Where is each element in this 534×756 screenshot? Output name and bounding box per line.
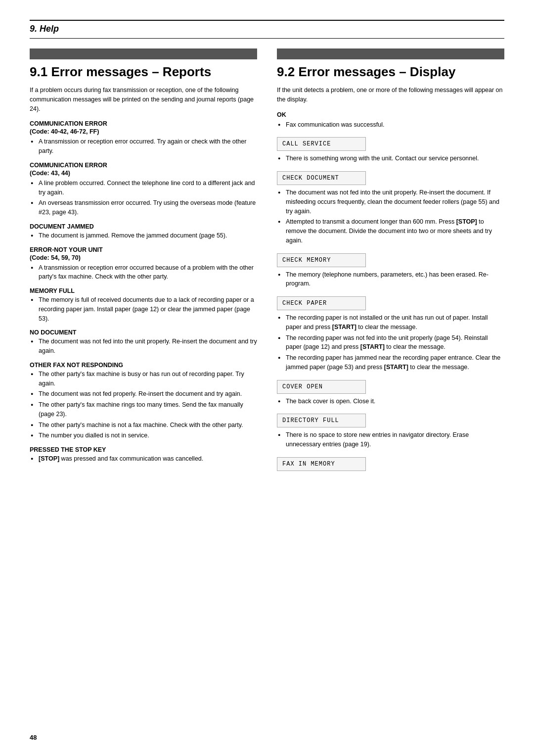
message-directory-full: DIRECTORY FULL There is no space to stor… [277,409,504,449]
message-ok: OK Fax communication was successful. [277,111,504,130]
other-fax-bullets: The other party's fax machine is busy or… [30,370,257,440]
subsection-comm-error-1: COMMUNICATION ERROR (Code: 40-42, 46-72,… [30,120,257,156]
right-column: 9.2 Error messages – Display If the unit… [277,48,504,474]
list-item: The other party's machine is not a fax m… [30,421,257,430]
left-section-title: 9.1 Error messages – Reports [30,64,257,80]
memory-full-header: MEMORY FULL [30,287,257,294]
two-col-layout: 9.1 Error messages – Reports If a proble… [30,48,504,474]
doc-jammed-header: DOCUMENT JAMMED [30,223,257,230]
list-item: A line problem occurred. Connect the tel… [30,179,257,197]
right-section-bar [277,48,504,59]
left-intro: If a problem occurs during fax transmiss… [30,86,257,113]
error-not-your-unit-header: ERROR-NOT YOUR UNIT [30,246,257,253]
list-item: The other party's fax machine rings too … [30,400,257,419]
list-item: There is something wrong with the unit. … [277,154,504,163]
list-item: The back cover is open. Close it. [277,397,504,406]
message-check-memory: CHECK MEMORY The memory (telephone numbe… [277,248,504,289]
comm-error-1-header: COMMUNICATION ERROR [30,120,257,127]
comm-error-2-subheader: (Code: 43, 44) [30,170,257,177]
list-item: The document was not fed properly. Re-in… [30,389,257,399]
subsection-pressed-stop: PRESSED THE STOP KEY [STOP] was pressed … [30,446,257,464]
cover-open-bullets: The back cover is open. Close it. [277,397,504,406]
list-item: A transmission or reception error occurr… [30,263,257,282]
pressed-stop-header: PRESSED THE STOP KEY [30,446,257,453]
message-cover-open: COVER OPEN The back cover is open. Close… [277,375,504,406]
pressed-stop-bullets: [STOP] was pressed and fax communication… [30,454,257,464]
cover-open-display: COVER OPEN [277,380,366,394]
list-item: Fax communication was successful. [277,120,504,130]
subsection-memory-full: MEMORY FULL The memory is full of receiv… [30,287,257,323]
directory-full-bullets: There is no space to store new entries i… [277,430,504,449]
call-service-bullets: There is something wrong with the unit. … [277,154,504,163]
list-item: The document is jammed. Remove the jamme… [30,231,257,240]
comm-error-1-subheader: (Code: 40-42, 46-72, FF) [30,128,257,135]
ok-bullets: Fax communication was successful. [277,120,504,130]
comm-error-2-bullets: A line problem occurred. Connect the tel… [30,179,257,217]
check-paper-display: CHECK PAPER [277,296,366,310]
list-item: The document was not fed into the unit p… [277,188,504,216]
list-item: The recording paper was not fed into the… [277,333,504,352]
check-document-display: CHECK DOCUMENT [277,171,366,185]
check-memory-display: CHECK MEMORY [277,253,366,267]
list-item: Attempted to transmit a document longer … [277,217,504,245]
header-title: 9. Help [30,24,504,34]
list-item: The other party's fax machine is busy or… [30,370,257,388]
comm-error-2-header: COMMUNICATION ERROR [30,162,257,169]
message-check-paper: CHECK PAPER The recording paper is not i… [277,291,504,372]
subsection-no-document: NO DOCUMENT The document was not fed int… [30,329,257,356]
header-top-rule [30,20,504,21]
fax-in-memory-display: FAX IN MEMORY [277,457,366,471]
no-document-header: NO DOCUMENT [30,329,257,336]
header-bottom-rule [30,38,504,39]
subsection-error-not-your-unit: ERROR-NOT YOUR UNIT (Code: 54, 59, 70) A… [30,246,257,282]
error-not-your-unit-bullets: A transmission or reception error occurr… [30,263,257,282]
list-item: The recording paper has jammed near the … [277,353,504,372]
list-item: The number you dialled is not in service… [30,431,257,440]
list-item: An overseas transmission error occurred.… [30,198,257,217]
call-service-display: CALL SERVICE [277,137,366,151]
error-not-your-unit-subheader: (Code: 54, 59, 70) [30,254,257,261]
doc-jammed-bullets: The document is jammed. Remove the jamme… [30,231,257,240]
page: 9. Help 9.1 Error messages – Reports If … [0,0,534,756]
check-document-bullets: The document was not fed into the unit p… [277,188,504,245]
list-item: The memory is full of received documents… [30,295,257,323]
subsection-comm-error-2: COMMUNICATION ERROR (Code: 43, 44) A lin… [30,162,257,217]
left-column: 9.1 Error messages – Reports If a proble… [30,48,257,474]
no-document-bullets: The document was not fed into the unit p… [30,337,257,356]
list-item: The recording paper is not installed or … [277,313,504,332]
list-item: The document was not fed into the unit p… [30,337,257,356]
list-item: [STOP] was pressed and fax communication… [30,454,257,464]
ok-header: OK [277,111,504,118]
check-memory-bullets: The memory (telephone numbers, parameter… [277,270,504,289]
list-item: A transmission or reception error occurr… [30,137,257,156]
message-call-service: CALL SERVICE There is something wrong wi… [277,132,504,163]
left-section-bar [30,48,257,59]
memory-full-bullets: The memory is full of received documents… [30,295,257,323]
message-check-document: CHECK DOCUMENT The document was not fed … [277,166,504,245]
comm-error-1-bullets: A transmission or reception error occurr… [30,137,257,156]
subsection-doc-jammed: DOCUMENT JAMMED The document is jammed. … [30,223,257,240]
subsection-other-fax: OTHER FAX NOT RESPONDING The other party… [30,362,257,440]
check-paper-bullets: The recording paper is not installed or … [277,313,504,372]
list-item: There is no space to store new entries i… [277,430,504,449]
message-fax-in-memory: FAX IN MEMORY [277,452,504,474]
right-intro: If the unit detects a problem, one or mo… [277,86,504,104]
other-fax-header: OTHER FAX NOT RESPONDING [30,362,257,369]
page-number: 48 [30,734,37,741]
list-item: The memory (telephone numbers, parameter… [277,270,504,289]
directory-full-display: DIRECTORY FULL [277,414,366,427]
right-section-title: 9.2 Error messages – Display [277,64,504,80]
